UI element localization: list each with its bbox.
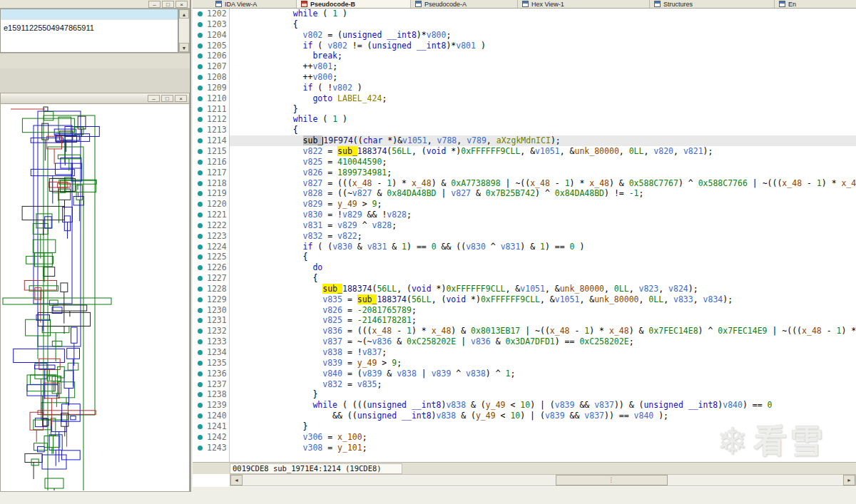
code-line-1205[interactable]: 1205if ( v802 != (unsigned __int8)*v801 … bbox=[193, 41, 856, 51]
code-line-1226[interactable]: 1226do bbox=[193, 262, 856, 273]
tab-label: Pseudocode-B bbox=[310, 1, 355, 8]
line-mark-icon bbox=[193, 273, 207, 284]
tab-hex-view-1[interactable]: Hex View-1 bbox=[518, 0, 650, 9]
line-number: 1202 bbox=[207, 9, 229, 19]
code-line-1209[interactable]: 1209if ( !v802 ) bbox=[193, 83, 856, 93]
line-mark-icon bbox=[193, 9, 207, 19]
line-number: 1209 bbox=[207, 83, 229, 93]
line-text: } bbox=[230, 389, 856, 400]
code-line-1242[interactable]: 1242v306 = x_100; bbox=[193, 432, 856, 443]
code-line-1217[interactable]: 1217v826 = 1899734981; bbox=[193, 168, 856, 178]
line-text: { bbox=[230, 125, 856, 135]
code-line-1222[interactable]: 1222v831 = v829 ^ v828; bbox=[193, 220, 856, 231]
code-line-1219[interactable]: 1219v828 = ((~v827 & 0x84DA48BD | v827 &… bbox=[193, 188, 856, 199]
code-line-1202[interactable]: 1202while ( 1 ) bbox=[193, 9, 856, 19]
code-line-1204[interactable]: 1204v802 = (unsigned __int8)*v800; bbox=[193, 30, 856, 41]
code-line-1210[interactable]: 1210goto LABEL_424; bbox=[193, 93, 856, 104]
code-line-1237[interactable]: 1237v832 = v835; bbox=[193, 379, 856, 390]
control-flow-graph-thumbnail[interactable] bbox=[1, 104, 189, 490]
line-number: 1218 bbox=[207, 178, 229, 189]
line-mark-icon bbox=[193, 135, 207, 146]
graph-overview-body[interactable] bbox=[0, 104, 190, 492]
code-line-1230[interactable]: 1230v826 = -2081765789; bbox=[193, 305, 856, 316]
scroll-right-icon[interactable]: ► bbox=[843, 475, 855, 485]
scroll-down-icon[interactable]: ▼ bbox=[179, 43, 189, 52]
close-icon[interactable]: × bbox=[175, 1, 188, 8]
code-line-1220[interactable]: 1220v829 = y_49 > 9; bbox=[193, 199, 856, 210]
graph-panel-titlebar[interactable]: – □ × bbox=[0, 93, 190, 104]
line-number: 1222 bbox=[207, 220, 229, 231]
value-text[interactable]: e15911225504947865911 bbox=[1, 20, 178, 32]
line-text: && ((unsigned __int8)v838 & (y_49 < 10) … bbox=[230, 411, 856, 421]
scrollbar-thumb[interactable] bbox=[556, 475, 668, 485]
code-line-1243[interactable]: 1243v308 = y_101; bbox=[193, 443, 856, 453]
line-text: v826 = -2081765789; bbox=[230, 305, 856, 316]
line-number: 1228 bbox=[207, 284, 229, 294]
float-icon[interactable]: □ bbox=[161, 95, 173, 102]
tab-en[interactable]: En bbox=[775, 0, 856, 9]
selected-list-row[interactable] bbox=[1, 9, 178, 20]
vertical-scrollbar[interactable]: ▲ ▼ bbox=[178, 9, 190, 53]
code-line-1227[interactable]: 1227{ bbox=[193, 273, 856, 284]
code-line-1214[interactable]: 1214sub_19F974((char *)&v1051, v788, v78… bbox=[193, 135, 856, 146]
line-mark-icon bbox=[193, 400, 207, 411]
float-icon[interactable]: □ bbox=[162, 1, 174, 8]
line-text: sub_188374(56LL, (void *)0xFFFFFF9CLL, &… bbox=[230, 284, 856, 294]
code-line-1206[interactable]: 1206break; bbox=[193, 51, 856, 61]
code-line-1216[interactable]: 1216v825 = 410044590; bbox=[193, 157, 856, 168]
tab-pseudocode-b[interactable]: Pseudocode-B bbox=[297, 0, 411, 9]
code-line-1223[interactable]: 1223v832 = v822; bbox=[193, 231, 856, 242]
code-line-1211[interactable]: 1211} bbox=[193, 104, 856, 115]
line-text: ++v801; bbox=[230, 61, 856, 72]
code-line-1225[interactable]: 1225{ bbox=[193, 252, 856, 262]
code-line-1231[interactable]: 1231v825 = -2146178281; bbox=[193, 315, 856, 326]
minimize-icon[interactable]: – bbox=[148, 95, 160, 102]
code-line-1224[interactable]: 1224if ( (v830 & v831 & 1) == 0 && ((v83… bbox=[193, 242, 856, 252]
minimize-icon[interactable]: – bbox=[148, 1, 160, 8]
tab-structures[interactable]: Structures bbox=[650, 0, 775, 9]
tab-label: IDA View-A bbox=[225, 1, 257, 8]
line-text: v827 = (((x_48 - 1) * x_48) & 0xA7738898… bbox=[230, 178, 856, 189]
scroll-up-icon[interactable]: ▲ bbox=[179, 9, 189, 19]
horizontal-scrollbar[interactable]: ◄ ► bbox=[230, 474, 856, 486]
info-panel-titlebar[interactable]: – □ × bbox=[0, 0, 190, 9]
code-lines: 1202while ( 1 )1203{1204v802 = (unsigned… bbox=[193, 9, 856, 453]
line-mark-icon bbox=[193, 41, 207, 51]
code-line-1207[interactable]: 1207++v801; bbox=[193, 61, 856, 72]
close-icon[interactable]: × bbox=[175, 95, 187, 102]
code-line-1234[interactable]: 1234v838 = !v837; bbox=[193, 347, 856, 358]
info-panel: – □ × e15911225504947865911 ▲ ▼ bbox=[0, 0, 190, 68]
line-number: 1226 bbox=[207, 262, 229, 273]
code-line-1212[interactable]: 1212while ( 1 ) bbox=[193, 114, 856, 125]
code-line-1229[interactable]: 1229v835 = sub_188374(56LL, (void *)0xFF… bbox=[193, 294, 856, 305]
code-line-1236[interactable]: 1236v840 = (v839 & v838 | v839 ^ v838) ^… bbox=[193, 369, 856, 379]
tab-pseudocode-a[interactable]: Pseudocode-A bbox=[411, 0, 518, 9]
scroll-left-icon[interactable]: ◄ bbox=[230, 475, 243, 485]
code-line-1218[interactable]: 1218v827 = (((x_48 - 1) * x_48) & 0xA773… bbox=[193, 178, 856, 189]
line-mark-icon bbox=[193, 252, 207, 262]
code-line-1228[interactable]: 1228sub_188374(56LL, (void *)0xFFFFFF9CL… bbox=[193, 284, 856, 294]
code-line-1208[interactable]: 1208++v800; bbox=[193, 72, 856, 83]
code-line-1232[interactable]: 1232v836 = (((x_48 - 1) * x_48) & 0x8013… bbox=[193, 326, 856, 336]
line-number: 1210 bbox=[207, 93, 229, 104]
line-mark-icon bbox=[193, 146, 207, 157]
code-line-1215[interactable]: 1215v822 = sub_188374(56LL, (void *)0xFF… bbox=[193, 146, 856, 157]
pseudocode-view[interactable]: 1202while ( 1 )1203{1204v802 = (unsigned… bbox=[193, 9, 856, 462]
code-line-1203[interactable]: 1203{ bbox=[193, 19, 856, 30]
line-number: 1240 bbox=[207, 411, 229, 421]
code-line-1241[interactable]: 1241} bbox=[193, 421, 856, 432]
code-line-1238[interactable]: 1238} bbox=[193, 389, 856, 400]
tab-ida-view-a[interactable]: IDA View-A bbox=[211, 0, 297, 9]
tab-window-icon bbox=[415, 1, 422, 7]
line-mark-icon bbox=[193, 210, 207, 220]
code-line-1235[interactable]: 1235v839 = y_49 > 9; bbox=[193, 358, 856, 369]
code-line-1233[interactable]: 1233v837 = ~(~v836 & 0xC258202E | v836 &… bbox=[193, 336, 856, 347]
window-buttons: – □ × bbox=[148, 1, 188, 8]
line-mark-icon bbox=[193, 262, 207, 273]
code-line-1239[interactable]: 1239while ( (((unsigned __int8)v838 & (y… bbox=[193, 400, 856, 411]
line-text: v836 = (((x_48 - 1) * x_48) & 0x8013EB17… bbox=[230, 326, 856, 336]
code-line-1213[interactable]: 1213{ bbox=[193, 125, 856, 135]
code-line-1240[interactable]: 1240&& ((unsigned __int8)v838 & (y_49 < … bbox=[193, 411, 856, 421]
line-number: 1208 bbox=[207, 72, 229, 83]
code-line-1221[interactable]: 1221v830 = !v829 && !v828; bbox=[193, 210, 856, 220]
